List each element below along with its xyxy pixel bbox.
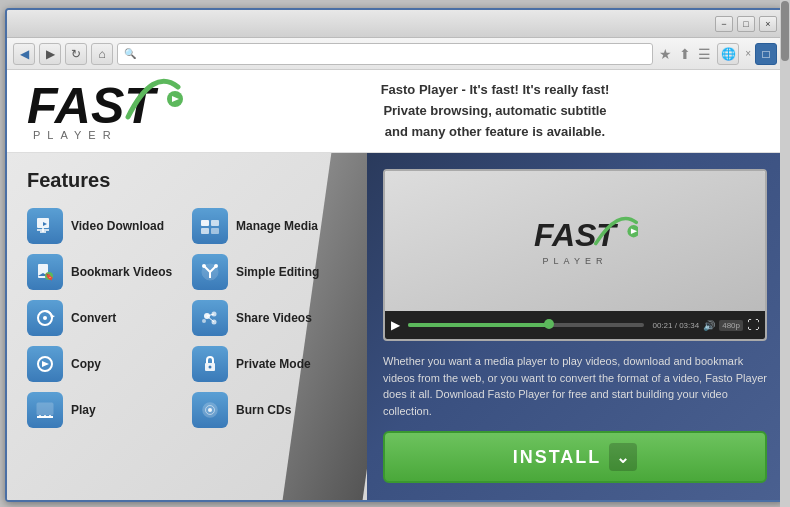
logo-swoosh-icon — [123, 77, 183, 127]
title-bar: − □ × — [7, 10, 783, 38]
install-button[interactable]: INSTALL ⌄ — [383, 431, 767, 483]
svg-rect-4 — [201, 220, 209, 226]
private-mode-icon — [192, 346, 228, 382]
simple-editing-label: Simple Editing — [236, 265, 319, 279]
bookmark-videos-label: Bookmark Videos — [71, 265, 172, 279]
feature-copy[interactable]: Copy — [27, 346, 182, 382]
share-videos-label: Share Videos — [236, 311, 312, 325]
share-videos-icon — [192, 300, 228, 336]
burn-cds-label: Burn CDs — [236, 403, 291, 417]
feature-share-videos[interactable]: Share Videos — [192, 300, 347, 336]
minimize-button[interactable]: − — [715, 16, 733, 32]
video-time: 00:21 / 03:34 — [652, 321, 699, 330]
volume-icon[interactable]: 🔊 — [703, 320, 715, 331]
top-header: FAST PLAYER Fasto Player - It's fast! It… — [7, 70, 783, 153]
home-button[interactable]: ⌂ — [91, 43, 113, 65]
svg-point-37 — [208, 408, 212, 412]
copy-label: Copy — [71, 357, 101, 371]
progress-fill — [408, 323, 550, 327]
install-arrow-icon: ⌄ — [609, 443, 637, 471]
svg-rect-5 — [211, 220, 219, 226]
video-screen: FAST PLAYER — [385, 171, 765, 311]
description-text: Whether you want a media player to play … — [383, 353, 767, 419]
svg-text:🔖: 🔖 — [45, 272, 54, 281]
video-download-label: Video Download — [71, 219, 164, 233]
features-title: Features — [27, 169, 347, 192]
feature-bookmark-videos[interactable]: 🔖 Bookmark Videos — [27, 254, 182, 290]
private-mode-label: Private Mode — [236, 357, 311, 371]
simple-editing-icon — [192, 254, 228, 290]
features-grid: Video Download Manage Media 🔖 — [27, 208, 347, 428]
features-panel: Features Video Download Mana — [7, 153, 367, 500]
progress-bar[interactable] — [408, 323, 644, 327]
nav-right-icons: ★ ⬆ ☰ — [657, 44, 713, 64]
convert-label: Convert — [71, 311, 116, 325]
fullscreen-button[interactable]: ⛶ — [747, 318, 759, 332]
feature-simple-editing[interactable]: Simple Editing — [192, 254, 347, 290]
maximize-button[interactable]: □ — [737, 16, 755, 32]
tagline-line2: Private browsing, automatic subtitle — [227, 101, 763, 122]
title-bar-buttons: − □ × — [715, 16, 777, 32]
address-bar[interactable]: 🔍 — [117, 43, 653, 65]
right-panel: FAST PLAYER ▶ — [367, 153, 783, 500]
scrollbar[interactable] — [780, 153, 783, 500]
copy-icon — [27, 346, 63, 382]
content-area: FAST PLAYER Fasto Player - It's fast! It… — [7, 70, 783, 500]
back-button[interactable]: ◀ — [13, 43, 35, 65]
svg-point-16 — [202, 264, 206, 268]
browser-window: − □ × ◀ ▶ ↻ ⌂ 🔍 ★ ⬆ ☰ 🌐 × □ FAST — [5, 8, 785, 502]
feature-private-mode[interactable]: Private Mode — [192, 346, 347, 382]
convert-icon — [27, 300, 63, 336]
tagline-line3: and many other feature is available. — [227, 122, 763, 143]
feature-convert[interactable]: Convert — [27, 300, 182, 336]
burn-cds-icon — [192, 392, 228, 428]
new-tab-button[interactable]: □ — [755, 43, 777, 65]
video-logo-player-text: PLAYER — [534, 256, 616, 266]
svg-rect-7 — [211, 228, 219, 234]
main-body: Features Video Download Mana — [7, 153, 783, 500]
video-controls: ▶ 00:21 / 03:34 🔊 480p ⛶ — [385, 311, 765, 339]
install-label: INSTALL — [513, 447, 602, 468]
refresh-button[interactable]: ↻ — [65, 43, 87, 65]
nav-bar: ◀ ▶ ↻ ⌂ 🔍 ★ ⬆ ☰ 🌐 × □ — [7, 38, 783, 70]
search-icon: 🔍 — [124, 48, 136, 59]
manage-media-icon — [192, 208, 228, 244]
svg-rect-31 — [37, 403, 53, 415]
svg-marker-28 — [42, 361, 49, 367]
feature-manage-media[interactable]: Manage Media — [192, 208, 347, 244]
svg-point-30 — [209, 366, 212, 369]
video-logo: FAST PLAYER — [534, 217, 616, 266]
play-label: Play — [71, 403, 96, 417]
video-download-icon — [27, 208, 63, 244]
logo-container: FAST PLAYER — [27, 81, 227, 141]
play-icon — [27, 392, 63, 428]
share-button[interactable]: ⬆ — [677, 44, 693, 64]
security-icon: 🌐 — [717, 43, 739, 65]
bookmark-videos-icon: 🔖 — [27, 254, 63, 290]
play-control-button[interactable]: ▶ — [391, 318, 400, 332]
tagline: Fasto Player - It's fast! It's really fa… — [227, 80, 763, 142]
bookmark-button[interactable]: ★ — [657, 44, 674, 64]
video-logo-swoosh — [594, 213, 638, 253]
close-tab-button[interactable]: × — [745, 48, 751, 59]
logo-text-wrap: FAST — [27, 81, 155, 131]
svg-rect-6 — [201, 228, 209, 234]
forward-button[interactable]: ▶ — [39, 43, 61, 65]
logo-wrapper: FAST — [27, 81, 207, 131]
svg-point-20 — [43, 316, 47, 320]
menu-button[interactable]: ☰ — [696, 44, 713, 64]
svg-line-25 — [207, 316, 214, 322]
close-button[interactable]: × — [759, 16, 777, 32]
feature-video-download[interactable]: Video Download — [27, 208, 182, 244]
tagline-line1: Fasto Player - It's fast! It's really fa… — [227, 80, 763, 101]
video-player: FAST PLAYER ▶ — [383, 169, 767, 341]
svg-point-26 — [202, 319, 206, 323]
manage-media-label: Manage Media — [236, 219, 318, 233]
feature-burn-cds[interactable]: Burn CDs — [192, 392, 347, 428]
svg-point-17 — [214, 264, 218, 268]
quality-badge[interactable]: 480p — [719, 320, 743, 331]
feature-play[interactable]: Play — [27, 392, 182, 428]
